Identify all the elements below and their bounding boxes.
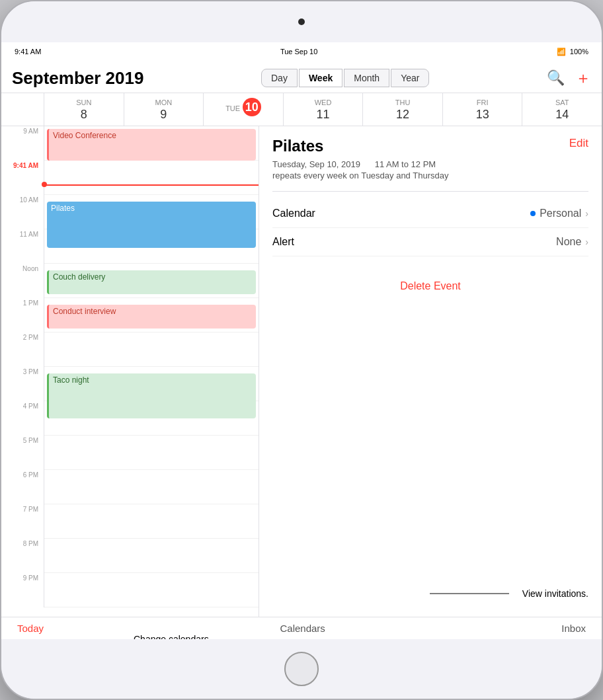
hour-line-8 (44, 539, 259, 573)
view-day-button[interactable]: Day (261, 69, 298, 87)
status-bar: 9:41 AM Tue Sep 10 📶 100% (1, 42, 602, 61)
time-2pm: 2 PM (1, 332, 44, 367)
today-button[interactable]: Today (17, 623, 44, 634)
app-area: September 2019 Day Week Month Year 🔍 ＋ S… (1, 61, 602, 639)
time-7pm: 7 PM (1, 504, 44, 539)
calendar-value: Personal › (530, 208, 588, 219)
time-noon: Noon (1, 264, 44, 298)
calendar-scroll[interactable]: 9 AM 9:41 AM 10 AM 11 AM Noon 1 PM 2 PM … (1, 126, 259, 617)
inbox-annotation: View invitations. (522, 588, 588, 601)
event-date: Tuesday, Sep 10, 2019 11 AM to 12 PM (272, 159, 588, 169)
view-year-button[interactable]: Year (391, 69, 429, 87)
time-4pm: 4 PM (1, 401, 44, 436)
hour-line-7 (44, 504, 259, 539)
calendars-button[interactable]: Calendars (280, 623, 325, 634)
day-header-row: Sun 8 Mon 9 Tue 10 Wed 11 Thu 12 Fri 13 (1, 93, 602, 126)
current-time-dot (42, 182, 47, 187)
delete-event-button[interactable]: Delete Event (272, 270, 588, 303)
view-switcher: Day Week Month Year (261, 69, 429, 87)
calendar-row[interactable]: Calendar Personal › (272, 200, 588, 228)
status-date: Tue Sep 10 (280, 48, 317, 56)
event-repeat: repeats every week on Tuesday and Thursd… (272, 171, 588, 180)
time-9am: 9 AM (1, 126, 44, 161)
device-top-bar (1, 1, 602, 42)
header-actions: 🔍 ＋ (547, 67, 591, 89)
battery-level: 100% (570, 48, 588, 56)
hour-line-941 (44, 161, 259, 195)
device-camera (298, 19, 305, 25)
current-time-indicator (44, 184, 259, 186)
event-video-conference[interactable]: Video Conference (47, 129, 256, 161)
time-grid: 9 AM 9:41 AM 10 AM 11 AM Noon 1 PM 2 PM … (1, 126, 259, 607)
day-header-tue[interactable]: Tue 10 (203, 93, 283, 126)
view-week-button[interactable]: Week (299, 69, 342, 87)
time-5pm: 5 PM (1, 436, 44, 470)
alert-value: None › (556, 236, 588, 248)
wifi-icon: 📶 (557, 48, 566, 56)
device: 9:41 AM Tue Sep 10 📶 100% September 2019… (0, 0, 603, 700)
time-6pm: 6 PM (1, 470, 44, 504)
time-941am: 9:41 AM (1, 161, 44, 195)
hour-line-2 (44, 332, 259, 367)
calendar-color-dot (530, 211, 536, 216)
time-column: 9 AM 9:41 AM 10 AM 11 AM Noon 1 PM 2 PM … (1, 126, 44, 607)
search-icon[interactable]: 🔍 (547, 69, 565, 87)
events-column: Video Conference Pilates Couch delivery … (44, 126, 259, 607)
event-couch-delivery[interactable]: Couch delivery (47, 270, 256, 294)
alert-label: Alert (272, 236, 294, 248)
main-content: 9 AM 9:41 AM 10 AM 11 AM Noon 1 PM 2 PM … (1, 126, 602, 617)
device-bottom-bar (1, 639, 602, 699)
time-10am: 10 AM (1, 195, 44, 229)
hour-line-5 (44, 436, 259, 470)
event-title: Pilates (272, 137, 323, 155)
day-header-thu[interactable]: Thu 12 (362, 93, 442, 126)
event-taco-night[interactable]: Taco night (47, 373, 256, 418)
event-pilates[interactable]: Pilates (47, 202, 256, 248)
time-1pm: 1 PM (1, 298, 44, 332)
status-time: 9:41 AM (15, 48, 41, 56)
app-title: September 2019 (12, 68, 143, 89)
event-detail-panel: Pilates Edit Tuesday, Sep 10, 2019 11 AM… (259, 126, 602, 617)
alert-row[interactable]: Alert None › (272, 228, 588, 256)
calendar-chevron: › (585, 208, 588, 219)
view-month-button[interactable]: Month (344, 69, 389, 87)
bottom-toolbar: Today Calendars Inbox (1, 617, 602, 639)
detail-divider-1 (272, 191, 588, 192)
edit-button[interactable]: Edit (569, 137, 588, 150)
day-header-fri[interactable]: Fri 13 (442, 93, 522, 126)
calendar-label: Calendar (272, 208, 315, 219)
day-header-wed[interactable]: Wed 11 (283, 93, 363, 126)
time-9pm: 9 PM (1, 573, 44, 607)
inbox-button[interactable]: Inbox (561, 623, 586, 634)
hour-line-9p (44, 573, 259, 607)
alert-chevron: › (585, 237, 588, 247)
time-8pm: 8 PM (1, 539, 44, 573)
day-header-mon[interactable]: Mon 9 (124, 93, 204, 126)
home-button[interactable] (284, 652, 319, 686)
time-11am: 11 AM (1, 229, 44, 264)
event-conduct-interview[interactable]: Conduct interview (47, 305, 256, 329)
day-header-sat[interactable]: Sat 14 (522, 93, 602, 126)
hour-line-6 (44, 470, 259, 504)
time-3pm: 3 PM (1, 367, 44, 401)
add-event-icon[interactable]: ＋ (575, 67, 591, 89)
day-header-sun[interactable]: Sun 8 (44, 93, 124, 126)
detail-header: Pilates Edit (272, 137, 588, 155)
time-col-spacer (1, 93, 44, 126)
app-header: September 2019 Day Week Month Year 🔍 ＋ (1, 61, 602, 93)
